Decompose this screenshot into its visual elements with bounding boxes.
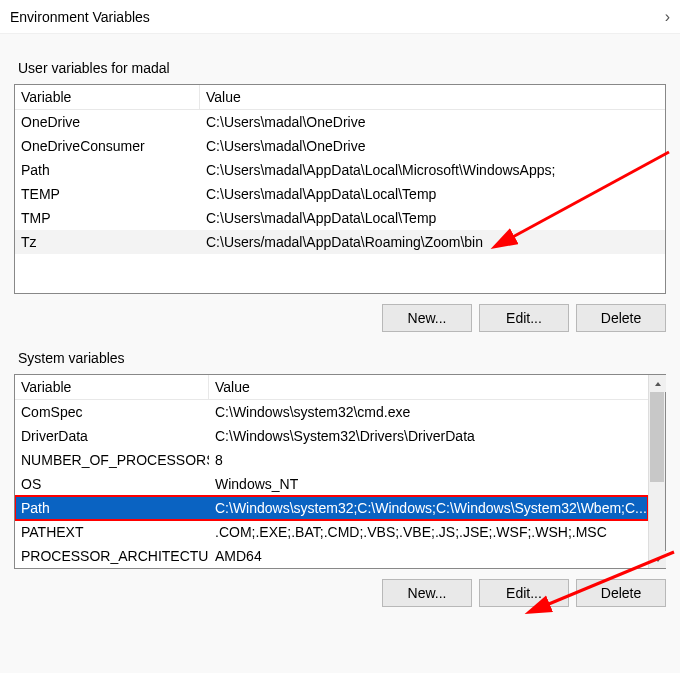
edit-button[interactable]: Edit... [479,579,569,607]
window-title: Environment Variables [10,9,150,25]
table-row[interactable]: ComSpecC:\Windows\system32\cmd.exe [15,400,648,424]
cell-value: C:\Windows\system32;C:\Windows;C:\Window… [209,498,648,518]
table-row[interactable]: OneDriveConsumerC:\Users\madal\OneDrive [15,134,665,158]
user-vars-header: Variable Value [15,85,665,110]
chevron-right-icon: › [665,8,670,26]
table-row[interactable]: PATHEXT.COM;.EXE;.BAT;.CMD;.VBS;.VBE;.JS… [15,520,648,544]
cell-value: C:\Users\madal\AppData\Local\Microsoft\W… [200,160,665,180]
col-value[interactable]: Value [200,85,665,109]
cell-variable: Path [15,160,200,180]
table-row[interactable]: OneDriveC:\Users\madal\OneDrive [15,110,665,134]
cell-value: C:\Users\madal\AppData\Local\Temp [200,184,665,204]
cell-variable: Tz [15,232,200,252]
cell-value: AMD64 [209,546,648,566]
scroll-up-icon[interactable] [649,375,666,392]
cell-variable: ComSpec [15,402,209,422]
table-row[interactable]: TEMPC:\Users\madal\AppData\Local\Temp [15,182,665,206]
titlebar: Environment Variables › [0,0,680,34]
cell-variable: OS [15,474,209,494]
cell-value: C:\Users\madal\AppData\Local\Temp [200,208,665,228]
table-row[interactable]: PathC:\Windows\system32;C:\Windows;C:\Wi… [15,496,648,520]
user-vars-label: User variables for madal [18,60,662,76]
cell-value: C:\Users\madal\OneDrive [200,136,665,156]
cell-variable: PROCESSOR_ARCHITECTURE [15,546,209,566]
cell-variable: TEMP [15,184,200,204]
delete-button[interactable]: Delete [576,304,666,332]
system-vars-label: System variables [18,350,662,366]
cell-value: C:\Users/madal\AppData\Roaming\Zoom\bin [200,232,665,252]
table-row[interactable]: TzC:\Users/madal\AppData\Roaming\Zoom\bi… [15,230,665,254]
user-vars-buttons: New... Edit... Delete [14,304,666,332]
cell-variable: TMP [15,208,200,228]
cell-variable: Path [15,498,209,518]
table-row[interactable]: TMPC:\Users\madal\AppData\Local\Temp [15,206,665,230]
dialog-content: User variables for madal Variable Value … [0,34,680,673]
user-vars-listbox[interactable]: Variable Value OneDriveC:\Users\madal\On… [14,84,666,294]
new-button[interactable]: New... [382,579,472,607]
cell-variable: OneDrive [15,112,200,132]
edit-button[interactable]: Edit... [479,304,569,332]
cell-value: 8 [209,450,648,470]
cell-value: Windows_NT [209,474,648,494]
system-vars-buttons: New... Edit... Delete [14,579,666,607]
table-row[interactable]: PathC:\Users\madal\AppData\Local\Microso… [15,158,665,182]
cell-value: C:\Windows\System32\Drivers\DriverData [209,426,648,446]
cell-variable: PATHEXT [15,522,209,542]
table-row[interactable]: DriverDataC:\Windows\System32\Drivers\Dr… [15,424,648,448]
cell-value: C:\Users\madal\OneDrive [200,112,665,132]
cell-value: .COM;.EXE;.BAT;.CMD;.VBS;.VBE;.JS;.JSE;.… [209,522,648,542]
col-variable[interactable]: Variable [15,85,200,109]
delete-button[interactable]: Delete [576,579,666,607]
cell-variable: DriverData [15,426,209,446]
cell-value: C:\Windows\system32\cmd.exe [209,402,648,422]
system-vars-header: Variable Value [15,375,665,400]
new-button[interactable]: New... [382,304,472,332]
system-vars-listbox[interactable]: Variable Value ComSpecC:\Windows\system3… [14,374,666,569]
table-row[interactable]: PROCESSOR_ARCHITECTUREAMD64 [15,544,648,568]
cell-variable: NUMBER_OF_PROCESSORS [15,450,209,470]
scroll-down-icon[interactable] [649,551,666,568]
col-variable[interactable]: Variable [15,375,209,399]
scrollbar[interactable] [648,375,665,568]
col-value[interactable]: Value [209,375,665,399]
cell-variable: OneDriveConsumer [15,136,200,156]
table-row[interactable]: OSWindows_NT [15,472,648,496]
scroll-thumb[interactable] [650,392,664,482]
table-row[interactable]: NUMBER_OF_PROCESSORS8 [15,448,648,472]
